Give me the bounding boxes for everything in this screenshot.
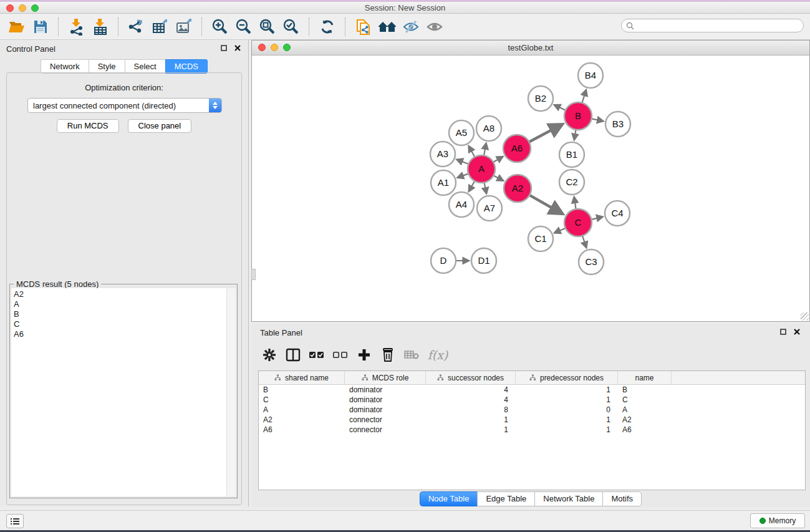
graph-node-B[interactable]: B [564,102,592,130]
table-cell[interactable]: dominator [345,395,426,404]
graph-node-A5[interactable]: A5 [449,120,474,145]
column-header-successor-nodes[interactable]: successor nodes [426,371,516,384]
mcds-result-list[interactable]: A2ABCA6 [11,288,227,496]
mcds-result-item[interactable]: C [14,319,227,329]
graph-node-C4[interactable]: C4 [605,201,630,226]
graph-node-B4[interactable]: B4 [578,63,603,88]
select-all-checkboxes-icon[interactable] [305,344,329,366]
network-canvas[interactable]: AA1A2A3A4A5A6A7A8BB1B2B3B4CC1C2C3C4DD1 [252,56,809,321]
export-table-icon[interactable] [148,16,172,38]
table-cell[interactable]: A2 [618,415,672,424]
open-file-icon[interactable] [5,16,29,38]
export-network-icon[interactable] [125,16,148,38]
table-cell[interactable]: 4 [426,385,516,394]
memory-button[interactable]: Memory [750,513,805,528]
table-cell[interactable]: 0 [516,405,618,414]
table-cell[interactable]: C [618,395,672,404]
graph-node-A6[interactable]: A6 [503,135,531,162]
graph-node-A8[interactable]: A8 [476,116,501,141]
refresh-view-icon[interactable] [316,16,339,38]
table-cell[interactable]: B [618,385,672,394]
import-network-icon[interactable] [65,16,89,38]
graph-edge-A2-C[interactable] [528,194,562,214]
table-cell[interactable]: B [259,385,345,394]
search-input[interactable] [637,21,803,31]
table-cell[interactable]: A6 [259,425,345,434]
column-manager-icon[interactable] [281,344,305,366]
table-cell[interactable]: dominator [345,405,426,414]
graph-node-A2[interactable]: A2 [504,175,531,202]
graph-node-C1[interactable]: C1 [528,226,553,251]
table-cell[interactable]: A6 [618,425,672,434]
graph-node-D1[interactable]: D1 [471,248,496,273]
table-cell[interactable]: 1 [516,425,618,434]
table-cell[interactable]: 1 [516,395,618,404]
graph-node-C3[interactable]: C3 [579,249,604,274]
column-header-shared-name[interactable]: shared name [259,371,345,384]
graph-node-B3[interactable]: B3 [605,112,630,137]
mcds-result-item[interactable]: A [14,299,227,309]
graph-node-B2[interactable]: B2 [528,86,553,111]
delete-column-icon[interactable] [376,344,400,366]
table-cell[interactable]: C [259,395,345,404]
graph-node-A[interactable]: A [468,155,495,183]
column-header-name[interactable]: name [618,371,672,384]
control-tab-style[interactable]: Style [89,59,125,74]
control-tab-mcds[interactable]: MCDS [165,59,208,74]
graph-node-A3[interactable]: A3 [430,142,455,167]
table-row[interactable]: A6connector11A6 [259,425,805,435]
save-session-icon[interactable] [29,16,52,38]
add-column-icon[interactable] [352,344,376,366]
float-table-panel-icon[interactable] [780,329,786,335]
toolbar-search[interactable] [621,19,804,32]
table-cell[interactable]: connector [345,425,426,434]
tab-edge-table[interactable]: Edge Table [477,491,534,506]
optimization-select[interactable]: largest connected component (directed) [27,98,222,113]
table-cell[interactable]: A2 [259,415,345,424]
duplicate-network-icon[interactable] [352,16,375,38]
zoom-fit-icon[interactable] [256,16,279,38]
table-cell[interactable]: connector [345,415,426,424]
table-row[interactable]: Adominator80A [259,405,805,415]
function-builder-icon[interactable]: f(x) [423,344,452,366]
table-cell[interactable]: A [259,405,345,414]
graph-node-C2[interactable]: C2 [559,170,584,195]
mcds-list-scrollbar[interactable] [226,288,236,496]
tab-network-table[interactable]: Network Table [534,491,602,506]
graph-node-A1[interactable]: A1 [431,170,456,195]
table-row[interactable]: Bdominator41B [259,385,805,395]
mcds-result-item[interactable]: A2 [14,289,227,299]
graph-node-A7[interactable]: A7 [477,196,502,221]
graph-node-B1[interactable]: B1 [559,142,584,167]
tab-motifs[interactable]: Motifs [602,491,642,506]
table-cell[interactable]: 8 [426,405,516,414]
tab-node-table[interactable]: Node Table [420,491,478,506]
table-cell[interactable]: 4 [426,395,516,404]
graph-node-C[interactable]: C [564,209,592,236]
deselect-all-checkboxes-icon[interactable] [329,344,352,366]
mcds-result-item[interactable]: A6 [14,329,227,339]
zoom-selected-icon[interactable] [279,16,303,38]
close-panel-icon[interactable] [234,45,241,51]
home-layout-icon[interactable] [375,16,399,38]
table-cell[interactable]: dominator [345,385,426,394]
column-header-predecessor-nodes[interactable]: predecessor nodes [516,371,618,384]
table-row[interactable]: Cdominator41C [259,395,805,405]
mcds-result-item[interactable]: B [14,309,227,319]
panel-divider-grip[interactable] [251,269,256,280]
window-resize-grip[interactable] [801,312,809,321]
close-table-panel-icon[interactable] [794,329,800,335]
zoom-out-icon[interactable] [232,16,256,38]
close-panel-button[interactable]: Close panel [128,119,192,133]
export-image-icon[interactable] [172,16,196,38]
graph-node-D[interactable]: D [431,248,456,273]
zoom-in-icon[interactable] [208,16,232,38]
table-options-gear-icon[interactable] [258,344,281,366]
network-graph[interactable]: AA1A2A3A4A5A6A7A8BB1B2B3B4CC1C2C3C4DD1 [252,56,809,321]
graph-node-A4[interactable]: A4 [449,192,474,217]
table-cell[interactable]: 1 [516,415,618,424]
table-cell[interactable]: A [618,405,672,414]
network-window-titlebar[interactable]: testGlobe.txt [252,41,809,56]
table-row[interactable]: A2connector11A2 [259,415,805,425]
table-cell[interactable]: 1 [516,385,618,394]
